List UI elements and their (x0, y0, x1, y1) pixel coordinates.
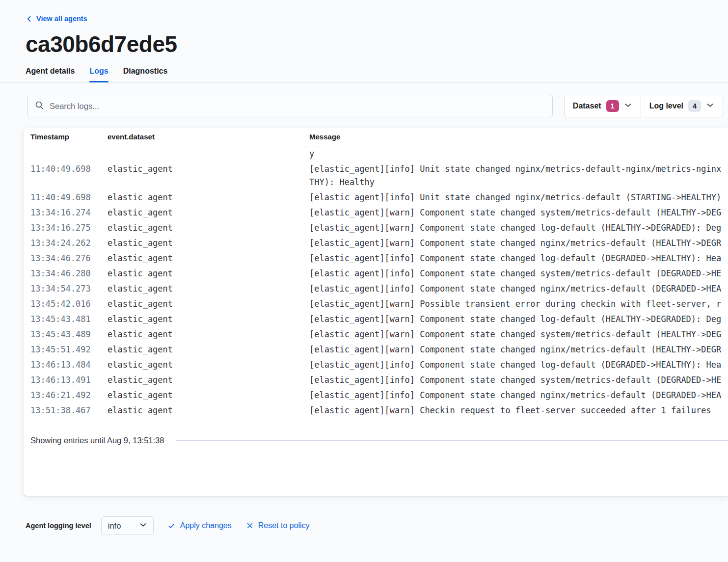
filter-group: Dataset 1 Log level 4 (564, 95, 723, 117)
message-cell: [elastic_agent][info] Component state ch… (309, 374, 721, 387)
dataset-cell: elastic_agent (108, 297, 309, 311)
table-row: 13:34:16.275elastic_agent[elastic_agent]… (24, 220, 728, 236)
timestamp-cell (30, 147, 108, 161)
message-cell: [elastic_agent][warn] Component state ch… (309, 237, 721, 250)
table-row: 13:34:24.262elastic_agent[elastic_agent]… (24, 236, 728, 251)
dataset-cell: elastic_agent (108, 358, 309, 372)
dataset-cell: elastic_agent (108, 374, 309, 387)
message-cell: [elastic_agent][warn] Possible transient… (309, 297, 721, 311)
message-cell: y (309, 147, 721, 161)
check-icon (167, 522, 176, 530)
timestamp-cell: 13:45:51.492 (30, 343, 108, 356)
timestamp-cell: 11:40:49.698 (30, 191, 108, 204)
timestamp-cell: 13:45:42.016 (30, 297, 108, 311)
timestamp-cell: 13:34:46.276 (30, 252, 108, 265)
logging-level-label: Agent logging level (26, 522, 91, 530)
reset-to-policy-label: Reset to policy (258, 521, 310, 530)
message-cell: [elastic_agent][info] Component state ch… (309, 282, 721, 295)
timestamp-cell: 11:40:49.698 (30, 162, 108, 189)
message-cell: [elastic_agent][info] Unit state changed… (309, 162, 721, 189)
tab-logs[interactable]: Logs (89, 67, 108, 82)
column-header-message: Message (309, 133, 721, 141)
timestamp-cell: 13:45:43.481 (30, 313, 108, 326)
table-row: 13:34:46.280elastic_agent[elastic_agent]… (24, 266, 728, 281)
log-level-count-badge: 4 (688, 100, 701, 112)
back-to-agents-link[interactable]: View all agents (26, 15, 87, 23)
table-row: 13:34:54.273elastic_agent[elastic_agent]… (24, 281, 728, 296)
log-panel: Timestamp event.dataset Message y11:40:4… (24, 128, 728, 496)
message-cell: [elastic_agent][warn] Component state ch… (309, 313, 721, 326)
dataset-cell: elastic_agent (108, 328, 309, 341)
table-row: 11:40:49.698elastic_agent[elastic_agent]… (24, 190, 728, 205)
column-header-timestamp: Timestamp (30, 133, 108, 141)
timestamp-cell: 13:34:46.280 (30, 267, 108, 280)
dataset-cell: elastic_agent (108, 252, 309, 265)
page-title: ca30b6d7ede5 (26, 32, 702, 57)
apply-changes-label: Apply changes (180, 521, 232, 530)
timestamp-cell: 13:46:21.492 (30, 389, 108, 402)
timestamp-cell: 13:51:38.467 (30, 404, 108, 417)
tab-bar: Agent details Logs Diagnostics (26, 67, 702, 82)
dataset-cell: elastic_agent (108, 237, 309, 250)
message-cell: [elastic_agent][info] Component state ch… (309, 267, 721, 280)
dataset-cell: elastic_agent (108, 282, 309, 295)
timestamp-cell: 13:45:43.489 (30, 328, 108, 341)
dataset-cell: elastic_agent (108, 389, 309, 402)
timestamp-cell: 13:34:24.262 (30, 237, 108, 250)
page-header: View all agents ca30b6d7ede5 Agent detai… (0, 0, 728, 82)
table-row: 13:51:38.467elastic_agent[elastic_agent]… (24, 403, 728, 418)
dataset-filter-button[interactable]: Dataset 1 (565, 95, 641, 117)
log-level-filter-button[interactable]: Log level 4 (641, 95, 723, 117)
table-row: 11:40:49.698elastic_agent[elastic_agent]… (24, 161, 728, 190)
table-row: 13:45:42.016elastic_agent[elastic_agent]… (24, 296, 728, 312)
column-header-dataset: event.dataset (108, 133, 309, 141)
dataset-cell: elastic_agent (108, 162, 309, 189)
timestamp-cell: 13:34:16.274 (30, 206, 108, 219)
dataset-cell: elastic_agent (108, 343, 309, 356)
search-input[interactable] (50, 102, 545, 111)
dataset-filter-label: Dataset (573, 102, 601, 110)
logging-level-value: info (108, 521, 121, 531)
message-cell: [elastic_agent][info] Component state ch… (309, 252, 721, 265)
table-row: 13:46:13.484elastic_agent[elastic_agent]… (24, 357, 728, 373)
search-box (27, 95, 553, 117)
message-cell: [elastic_agent][warn] Checkin request to… (309, 404, 721, 417)
message-cell: [elastic_agent][info] Component state ch… (309, 389, 721, 402)
apply-changes-link[interactable]: Apply changes (167, 521, 232, 530)
logging-level-bar: Agent logging level info Apply changes R… (26, 516, 728, 535)
message-cell: [elastic_agent][warn] Component state ch… (309, 221, 721, 235)
timestamp-cell: 13:46:13.484 (30, 358, 108, 372)
timestamp-cell: 13:46:13.491 (30, 374, 108, 387)
dataset-cell: elastic_agent (108, 267, 309, 280)
dataset-cell: elastic_agent (108, 313, 309, 326)
chevron-down-icon (624, 101, 632, 111)
dataset-cell: elastic_agent (108, 404, 309, 417)
tab-diagnostics[interactable]: Diagnostics (123, 67, 168, 82)
logging-level-select[interactable]: info (101, 516, 154, 535)
reset-to-policy-link[interactable]: Reset to policy (246, 521, 310, 530)
message-cell: [elastic_agent][info] Unit state changed… (309, 191, 721, 204)
table-footer: Showing entries until Aug 9, 13:51:38 (30, 436, 728, 445)
dataset-cell: elastic_agent (108, 191, 309, 204)
table-row: y (24, 146, 728, 161)
footer-divider-line (176, 440, 728, 441)
log-table-header: Timestamp event.dataset Message (24, 128, 728, 146)
cross-icon (246, 522, 254, 530)
chevron-left-icon (26, 15, 33, 23)
dataset-cell: elastic_agent (108, 206, 309, 219)
dataset-cell (108, 147, 309, 161)
timestamp-cell: 13:34:16.275 (30, 221, 108, 235)
table-row: 13:45:43.481elastic_agent[elastic_agent]… (24, 312, 728, 327)
table-row: 13:45:43.489elastic_agent[elastic_agent]… (24, 327, 728, 342)
table-row: 13:34:16.274elastic_agent[elastic_agent]… (24, 205, 728, 220)
table-row: 13:46:21.492elastic_agent[elastic_agent]… (24, 388, 728, 403)
log-table-body[interactable]: y11:40:49.698elastic_agent[elastic_agent… (24, 146, 728, 418)
table-row: 13:46:13.491elastic_agent[elastic_agent]… (24, 373, 728, 388)
search-icon (35, 101, 44, 112)
message-cell: [elastic_agent][info] Component state ch… (309, 358, 721, 372)
showing-entries-note: Showing entries until Aug 9, 13:51:38 (30, 436, 164, 445)
chevron-down-icon (706, 101, 714, 111)
tab-agent-details[interactable]: Agent details (26, 67, 75, 82)
log-level-filter-label: Log level (649, 102, 683, 110)
logs-toolbar: Dataset 1 Log level 4 (0, 82, 728, 117)
